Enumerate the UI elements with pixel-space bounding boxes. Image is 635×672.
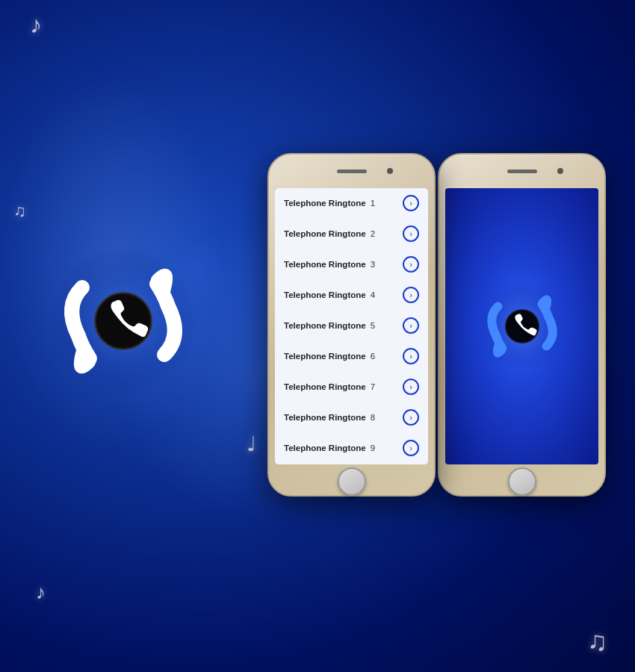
music-note-7: ♪: [36, 581, 46, 604]
ringtone-number-5: 5: [371, 321, 375, 330]
music-note-1: ♪: [30, 11, 42, 39]
ringtone-item-6[interactable]: Telephone Ringtone 6 ›: [275, 341, 428, 372]
ringtone-number-1: 1: [371, 199, 375, 208]
ringtone-number-8: 8: [371, 413, 375, 422]
phone-logo-left: [41, 239, 205, 403]
ringtone-name-8: Telephone Ringtone: [284, 413, 366, 422]
ringtone-item-1[interactable]: Telephone Ringtone 1 ›: [275, 188, 428, 219]
ringtone-arrow-7[interactable]: ›: [403, 379, 419, 395]
smartphone-front: Telephone Ringtone 1 › Telephone Rington…: [267, 153, 436, 497]
ringtone-number-9: 9: [371, 444, 375, 452]
music-note-6: ♫: [587, 626, 607, 657]
ringtone-name-2: Telephone Ringtone: [284, 229, 366, 238]
ringtone-number-6: 6: [371, 352, 375, 361]
ringtone-name-5: Telephone Ringtone: [284, 321, 366, 330]
phone-screen-back: [445, 188, 598, 464]
ringtone-name-3: Telephone Ringtone: [284, 260, 366, 269]
ringtone-name-9: Telephone Ringtone: [284, 444, 366, 452]
ringtone-arrow-5[interactable]: ›: [403, 317, 419, 334]
ringtone-arrow-2[interactable]: ›: [403, 225, 419, 242]
ringtone-arrow-4[interactable]: ›: [403, 287, 419, 303]
ringtone-list: Telephone Ringtone 1 › Telephone Rington…: [275, 188, 428, 464]
phone-bottom-back: [439, 464, 604, 498]
ringtone-item-8[interactable]: Telephone Ringtone 8 ›: [275, 402, 428, 433]
phone-camera-front: [387, 168, 393, 174]
phones-container: Telephone Ringtone 1 › Telephone Rington…: [267, 153, 598, 497]
ringtone-item-5[interactable]: Telephone Ringtone 5 ›: [275, 311, 428, 341]
ringtone-number-2: 2: [371, 229, 375, 238]
smartphone-back: [438, 153, 606, 497]
home-button-front[interactable]: [338, 467, 366, 496]
ringtone-item-9[interactable]: Telephone Ringtone 9 ›: [275, 433, 428, 464]
phone-bottom-front: [269, 464, 434, 498]
ringtone-name-4: Telephone Ringtone: [284, 290, 366, 299]
ringtone-arrow-6[interactable]: ›: [403, 348, 419, 364]
phone-screen-front: Telephone Ringtone 1 › Telephone Rington…: [275, 188, 428, 464]
ringtone-item-2[interactable]: Telephone Ringtone 2 ›: [275, 219, 428, 249]
ringtone-item-7[interactable]: Telephone Ringtone 7 ›: [275, 372, 428, 402]
music-note-3: ♩: [247, 432, 256, 456]
ringtone-arrow-8[interactable]: ›: [403, 409, 419, 426]
music-note-2: ♫: [13, 202, 26, 221]
ringtone-arrow-3[interactable]: ›: [403, 256, 419, 273]
ringtone-name-1: Telephone Ringtone: [284, 199, 366, 208]
phone-logo-right: [474, 278, 571, 375]
phone-top-back: [439, 155, 604, 188]
ringtone-name-7: Telephone Ringtone: [284, 382, 366, 391]
phone-speaker-back: [507, 169, 537, 173]
ringtone-number-4: 4: [371, 290, 375, 299]
ringtone-arrow-9[interactable]: ›: [403, 440, 419, 456]
ringtone-arrow-1[interactable]: ›: [403, 195, 419, 211]
phone-top-front: [269, 155, 434, 188]
ringtone-number-3: 3: [371, 260, 375, 269]
ringtone-name-6: Telephone Ringtone: [284, 352, 366, 361]
phone-speaker-front: [337, 169, 367, 173]
home-button-back[interactable]: [508, 467, 536, 496]
ringtone-item-3[interactable]: Telephone Ringtone 3 ›: [275, 249, 428, 280]
phone-camera-back: [557, 168, 563, 174]
ringtone-item-4[interactable]: Telephone Ringtone 4 ›: [275, 280, 428, 311]
ringtone-number-7: 7: [371, 382, 375, 391]
